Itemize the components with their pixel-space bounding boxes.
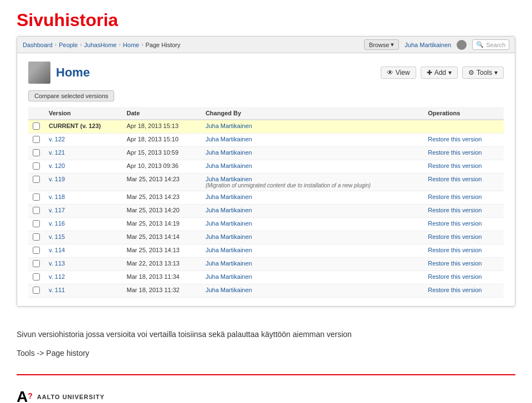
tools-label: Tools: [477, 69, 492, 76]
row-version: v. 116: [44, 218, 122, 231]
breadcrumb-current: Page History: [146, 42, 181, 48]
row-checkbox-cell: [28, 147, 44, 160]
row-changed-by: Juha Martikainen: [201, 120, 423, 134]
row-checkbox[interactable]: [33, 176, 40, 183]
version-link[interactable]: v. 122: [49, 136, 65, 142]
version-link[interactable]: v. 120: [49, 162, 65, 169]
breadcrumb-home[interactable]: Home: [123, 42, 139, 48]
row-checkbox[interactable]: [33, 136, 40, 143]
row-checkbox[interactable]: [33, 207, 40, 214]
description: Sivun versiohistoria jossa versioita voi…: [0, 318, 532, 346]
row-operation: Restore this version: [423, 258, 504, 271]
row-checkbox[interactable]: [33, 260, 40, 267]
row-checkbox[interactable]: [33, 247, 40, 254]
row-checkbox[interactable]: [33, 123, 40, 130]
row-checkbox[interactable]: [33, 287, 40, 294]
col-operations: Operations: [423, 107, 504, 120]
row-operation: Restore this version: [423, 244, 504, 258]
version-link[interactable]: v. 115: [49, 233, 65, 240]
col-version: Version: [44, 107, 122, 120]
version-link[interactable]: v. 112: [49, 273, 65, 280]
version-link[interactable]: v. 118: [49, 193, 65, 200]
restore-link[interactable]: Restore this version: [428, 247, 482, 253]
version-link[interactable]: v. 111: [49, 287, 65, 293]
row-date: Mar 25, 2013 14:20: [122, 205, 201, 218]
tools-button[interactable]: ⚙ Tools ▾: [462, 67, 504, 79]
avatar-image: [28, 62, 50, 84]
table-row: v. 120Apr 10, 2013 09:36Juha Martikainen…: [28, 160, 504, 174]
restore-link[interactable]: Restore this version: [428, 273, 482, 280]
restore-link[interactable]: Restore this version: [428, 193, 482, 200]
add-button[interactable]: ✚ Add ▾: [421, 67, 458, 79]
search-box[interactable]: 🔍 Search: [472, 39, 509, 50]
restore-link[interactable]: Restore this version: [428, 149, 482, 156]
avatar: [457, 40, 467, 50]
plus-icon: ✚: [427, 69, 432, 76]
tools-chevron-icon: ▾: [494, 69, 498, 76]
page-avatar: [28, 62, 50, 84]
restore-link[interactable]: Restore this version: [428, 287, 482, 293]
row-date: Mar 18, 2013 11:34: [122, 271, 201, 284]
breadcrumb-dashboard[interactable]: Dashboard: [23, 42, 53, 48]
row-changed-by: Juha Martikainen: [201, 231, 423, 244]
view-label: View: [396, 69, 410, 76]
table-row: v. 111Mar 18, 2013 11:32Juha Martikainen…: [28, 284, 504, 298]
version-link[interactable]: v. 117: [49, 207, 65, 213]
row-operation: [423, 120, 504, 134]
logo-text: Aalto University: [37, 394, 105, 400]
version-link[interactable]: v. 121: [49, 149, 65, 156]
row-checkbox[interactable]: [33, 273, 40, 280]
restore-link[interactable]: Restore this version: [428, 162, 482, 169]
table-row: v. 122Apr 18, 2013 15:10Juha Martikainen…: [28, 134, 504, 147]
row-checkbox[interactable]: [33, 162, 40, 170]
row-version: v. 121: [44, 147, 122, 160]
restore-link[interactable]: Restore this version: [428, 176, 482, 182]
breadcrumb-juhashome[interactable]: JuhasHome: [84, 42, 117, 48]
row-checkbox[interactable]: [33, 233, 40, 241]
user-name[interactable]: Juha Martikainen: [405, 42, 451, 48]
restore-link[interactable]: Restore this version: [428, 233, 482, 240]
restore-link[interactable]: Restore this version: [428, 260, 482, 267]
content-area: Home 👁 View ✚ Add ▾ ⚙ Tools ▾: [17, 53, 515, 306]
row-checkbox[interactable]: [33, 220, 40, 227]
restore-link[interactable]: Restore this version: [428, 136, 482, 142]
row-operation: Restore this version: [423, 231, 504, 244]
breadcrumb-people[interactable]: People: [59, 42, 78, 48]
table-row: v. 119Mar 25, 2013 14:23Juha Martikainen…: [28, 174, 504, 191]
row-checkbox-cell: [28, 160, 44, 174]
restore-link[interactable]: Restore this version: [428, 207, 482, 213]
table-row: v. 117Mar 25, 2013 14:20Juha Martikainen…: [28, 205, 504, 218]
version-link[interactable]: v. 119: [49, 176, 65, 182]
row-changed-by: Juha Martikainen: [201, 205, 423, 218]
row-operation: Restore this version: [423, 218, 504, 231]
version-link[interactable]: v. 116: [49, 220, 65, 227]
compare-button[interactable]: Compare selected versions: [28, 90, 114, 101]
browser-window: Dashboard › People › JuhasHome › Home › …: [17, 36, 515, 307]
version-link[interactable]: v. 113: [49, 260, 65, 267]
row-checkbox[interactable]: [33, 193, 40, 201]
browser-nav-bar: Dashboard › People › JuhasHome › Home › …: [17, 37, 515, 53]
row-checkbox-cell: [28, 244, 44, 258]
row-version: v. 111: [44, 284, 122, 298]
row-changed-by: Juha Martikainen: [201, 160, 423, 174]
restore-link[interactable]: Restore this version: [428, 220, 482, 227]
browse-button[interactable]: Browse ▾: [364, 39, 400, 50]
breadcrumb-sep-4: ›: [141, 42, 143, 48]
row-date: Apr 10, 2013 09:36: [122, 160, 201, 174]
row-version: v. 113: [44, 258, 122, 271]
history-table: Version Date Changed By Operations CURRE…: [28, 107, 504, 298]
view-button[interactable]: 👁 View: [381, 67, 416, 79]
row-version: v. 114: [44, 244, 122, 258]
row-date: Mar 25, 2013 14:13: [122, 244, 201, 258]
breadcrumb: Dashboard › People › JuhasHome › Home › …: [23, 42, 181, 48]
row-changed-by: Juha Martikainen: [201, 134, 423, 147]
version-link[interactable]: v. 114: [49, 247, 65, 253]
row-date: Mar 25, 2013 14:14: [122, 231, 201, 244]
row-version: CURRENT (v. 123): [44, 120, 122, 134]
breadcrumb-sep-2: ›: [80, 42, 81, 48]
col-changedby: Changed By: [201, 107, 423, 120]
table-row: v. 116Mar 25, 2013 14:19Juha Martikainen…: [28, 218, 504, 231]
table-row: v. 118Mar 25, 2013 14:23Juha Martikainen…: [28, 191, 504, 205]
row-checkbox[interactable]: [33, 149, 40, 156]
row-note: (Migration of unmigrated content due to …: [206, 182, 419, 188]
